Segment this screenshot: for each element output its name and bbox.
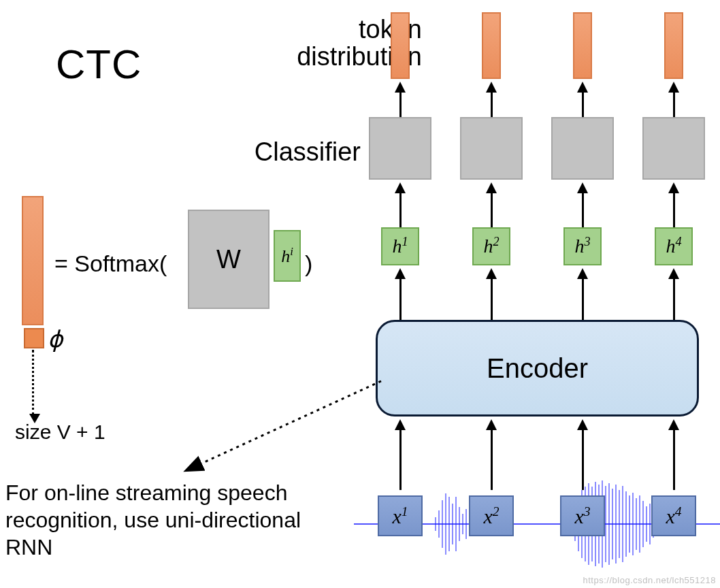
h-box-4: h4 [655,227,693,265]
token-bar-4 [664,12,683,79]
h-box-1: h1 [381,227,419,265]
arrow-cls-token-2 [486,82,497,117]
softmax-prefix: = Softmax( [54,250,167,277]
encoder-box: Encoder [376,320,699,416]
arrow-h-cls-1 [395,182,406,227]
arrow-enc-h-2 [486,268,497,321]
title: CTC [56,41,142,88]
x-label-2: x2 [483,504,499,528]
classifier-box-3 [551,117,614,180]
arrow-h-cls-2 [486,182,497,227]
size-label: size V + 1 [15,421,105,444]
h-box-2: h2 [472,227,510,265]
token-bar-1 [391,12,410,79]
x-label-3: x3 [574,504,590,528]
arrow-cls-token-3 [577,82,588,117]
arrow-enc-h-4 [668,268,679,321]
x-label-4: x4 [666,504,681,528]
w-matrix-box: W [188,210,269,309]
arrow-x-enc-1 [395,419,406,490]
softmax-output-bar [22,196,44,325]
dotted-arrow-encoder-note [177,376,395,485]
arrow-x-enc-3 [577,419,588,490]
x-box-2: x2 [469,495,514,536]
arrow-x-enc-4 [668,419,679,490]
arrow-enc-h-1 [395,268,406,321]
arrow-enc-h-3 [577,268,588,321]
arrow-h-cls-3 [577,182,588,227]
h-label-3: h3 [574,235,590,257]
token-bar-3 [573,12,592,79]
h-box-3: h3 [563,227,602,265]
diagram-canvas: CTC token distribution Classifier [0,0,720,588]
w-label: W [216,245,241,274]
softmax-suffix: ) [305,250,312,277]
x-box-3: x3 [560,495,605,536]
x-box-4: x4 [651,495,696,536]
x-label-1: x1 [392,504,408,528]
h-i-label: hi [281,245,293,267]
phi-label: ϕ [48,325,63,353]
encoder-label: Encoder [487,353,588,384]
classifier-label: Classifier [252,137,361,167]
streaming-note: For on-line streaming speech recognition… [5,479,359,561]
classifier-box-2 [460,117,523,180]
svg-line-51 [185,381,381,471]
token-bar-2 [482,12,501,79]
arrow-x-enc-2 [486,419,497,490]
h-label-2: h2 [483,235,499,257]
h-label-4: h4 [666,235,681,257]
arrow-h-cls-4 [668,182,679,227]
note-line-2: recognition, use uni-directional [5,506,359,534]
watermark: https://blog.csdn.net/lch551218 [583,575,716,585]
phi-box [24,328,44,348]
classifier-box-4 [642,117,705,180]
note-line-3: RNN [5,534,359,561]
dotted-arrow-phi [32,350,34,415]
h-label-1: h1 [392,235,408,257]
arrow-cls-token-1 [395,82,406,117]
classifier-box-1 [369,117,431,180]
h-i-box: hi [274,230,301,282]
arrow-cls-token-4 [668,82,679,117]
x-box-1: x1 [378,495,423,536]
